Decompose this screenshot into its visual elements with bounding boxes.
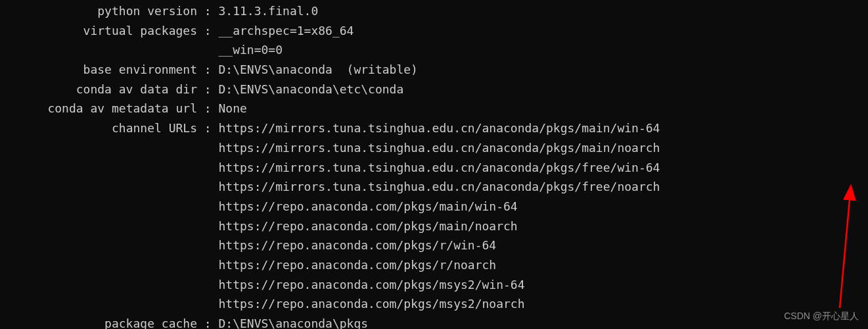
separator: : [197,99,219,118]
separator: : [197,60,219,80]
info-value: https://repo.anaconda.com/pkgs/r/noarch [219,255,497,275]
terminal-line: https://repo.anaconda.com/pkgs/main/win-… [0,197,868,216]
separator [197,177,219,197]
terminal-line: channel URLs : https://mirrors.tuna.tsin… [0,118,868,138]
separator: : [197,80,219,99]
separator: : [197,1,219,21]
separator: : [197,118,219,138]
info-value: https://mirrors.tuna.tsinghua.edu.cn/ana… [219,177,660,197]
info-label: python version [0,1,197,21]
watermark-text: CSDN @开心星人 [784,309,859,324]
info-value: D:\ENVS\anaconda\etc\conda [219,80,404,99]
separator [197,236,219,255]
info-value: https://repo.anaconda.com/pkgs/main/noar… [219,216,518,236]
separator [197,138,219,158]
info-value: D:\ENVS\anaconda\pkgs [219,314,369,329]
info-value: https://mirrors.tuna.tsinghua.edu.cn/ana… [219,138,660,158]
terminal-line: https://mirrors.tuna.tsinghua.edu.cn/ana… [0,158,868,178]
separator [197,158,219,178]
terminal-line: __win=0=0 [0,40,868,60]
info-value: https://mirrors.tuna.tsinghua.edu.cn/ana… [219,118,660,138]
terminal-line: https://repo.anaconda.com/pkgs/msys2/noa… [0,294,868,314]
terminal-line: https://repo.anaconda.com/pkgs/r/win-64 [0,236,868,255]
separator: : [197,314,219,329]
info-value: https://repo.anaconda.com/pkgs/msys2/win… [219,275,525,295]
info-label: channel URLs [0,118,197,138]
info-label: base environment [0,60,197,80]
terminal-line: https://mirrors.tuna.tsinghua.edu.cn/ana… [0,138,868,158]
terminal-line: conda av metadata url : None [0,99,868,118]
info-value: __archspec=1=x86_64 [219,21,354,41]
info-value: __win=0=0 [219,40,283,60]
info-value: https://repo.anaconda.com/pkgs/main/win-… [219,197,518,216]
info-value: 3.11.3.final.0 [219,1,319,21]
info-label: package cache [0,314,197,329]
info-label: conda av metadata url [0,99,197,118]
terminal-line: https://repo.anaconda.com/pkgs/r/noarch [0,255,868,275]
info-label: conda av data dir [0,80,197,99]
terminal-line: https://repo.anaconda.com/pkgs/main/noar… [0,216,868,236]
terminal-line: virtual packages : __archspec=1=x86_64 [0,21,868,41]
separator [197,197,219,216]
info-value: https://mirrors.tuna.tsinghua.edu.cn/ana… [219,158,660,178]
separator: : [197,21,219,41]
separator [197,40,219,60]
info-value: D:\ENVS\anaconda (writable) [219,60,418,80]
terminal-line: conda av data dir : D:\ENVS\anaconda\etc… [0,80,868,99]
terminal-output: python version : 3.11.3.final.0virtual p… [0,1,868,329]
info-label: virtual packages [0,21,197,41]
separator [197,255,219,275]
terminal-line: python version : 3.11.3.final.0 [0,1,868,21]
info-value: https://repo.anaconda.com/pkgs/msys2/noa… [219,294,525,314]
info-value: None [219,99,247,118]
info-value: https://repo.anaconda.com/pkgs/r/win-64 [219,236,497,255]
terminal-line: package cache : D:\ENVS\anaconda\pkgs [0,314,868,329]
separator [197,216,219,236]
terminal-line: base environment : D:\ENVS\anaconda (wri… [0,60,868,80]
separator [197,275,219,295]
terminal-line: https://mirrors.tuna.tsinghua.edu.cn/ana… [0,177,868,197]
terminal-line: https://repo.anaconda.com/pkgs/msys2/win… [0,275,868,295]
separator [197,294,219,314]
